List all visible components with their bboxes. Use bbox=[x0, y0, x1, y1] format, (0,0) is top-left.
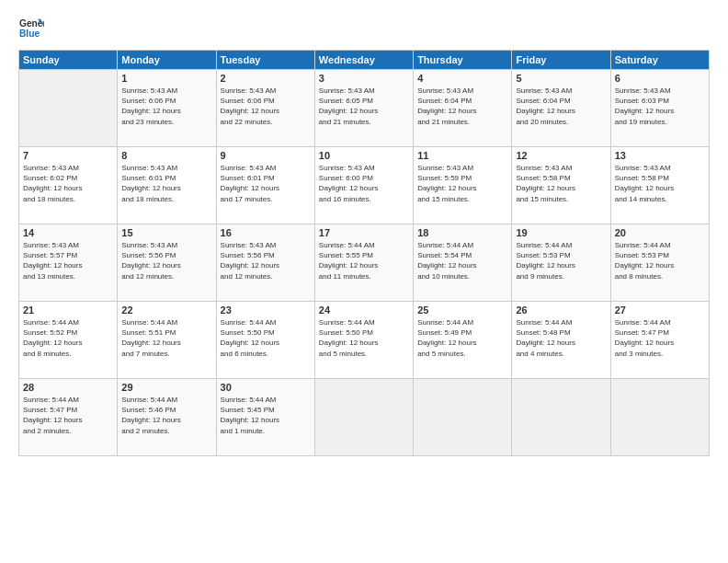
day-info: Sunrise: 5:43 AM Sunset: 6:05 PM Dayligh… bbox=[319, 86, 409, 127]
day-number: 23 bbox=[221, 304, 311, 316]
day-cell: 3Sunrise: 5:43 AM Sunset: 6:05 PM Daylig… bbox=[314, 70, 413, 147]
week-row-5: 28Sunrise: 5:44 AM Sunset: 5:47 PM Dayli… bbox=[19, 379, 710, 456]
week-row-4: 21Sunrise: 5:44 AM Sunset: 5:52 PM Dayli… bbox=[19, 302, 710, 379]
calendar-table: SundayMondayTuesdayWednesdayThursdayFrid… bbox=[18, 50, 710, 456]
day-info: Sunrise: 5:44 AM Sunset: 5:47 PM Dayligh… bbox=[615, 317, 705, 359]
day-cell: 17Sunrise: 5:44 AM Sunset: 5:55 PM Dayli… bbox=[314, 224, 413, 302]
day-number: 22 bbox=[121, 304, 211, 316]
day-number: 28 bbox=[23, 382, 113, 393]
day-cell: 16Sunrise: 5:43 AM Sunset: 5:56 PM Dayli… bbox=[216, 224, 314, 302]
day-number: 13 bbox=[615, 150, 705, 161]
day-info: Sunrise: 5:43 AM Sunset: 6:06 PM Dayligh… bbox=[221, 86, 311, 127]
week-row-2: 7Sunrise: 5:43 AM Sunset: 6:02 PM Daylig… bbox=[19, 147, 710, 224]
day-number: 19 bbox=[516, 227, 606, 238]
day-cell: 13Sunrise: 5:43 AM Sunset: 5:58 PM Dayli… bbox=[610, 147, 709, 224]
day-cell: 21Sunrise: 5:44 AM Sunset: 5:52 PM Dayli… bbox=[19, 302, 118, 379]
day-info: Sunrise: 5:44 AM Sunset: 5:45 PM Dayligh… bbox=[221, 395, 311, 436]
header-cell-thursday: Thursday bbox=[414, 51, 512, 70]
day-number: 9 bbox=[221, 150, 311, 161]
day-number: 16 bbox=[221, 227, 311, 238]
day-info: Sunrise: 5:44 AM Sunset: 5:55 PM Dayligh… bbox=[319, 240, 409, 282]
day-info: Sunrise: 5:43 AM Sunset: 5:58 PM Dayligh… bbox=[615, 163, 705, 204]
day-info: Sunrise: 5:43 AM Sunset: 5:56 PM Dayligh… bbox=[121, 240, 211, 282]
day-cell bbox=[512, 379, 610, 456]
day-info: Sunrise: 5:44 AM Sunset: 5:50 PM Dayligh… bbox=[221, 317, 311, 359]
day-info: Sunrise: 5:43 AM Sunset: 6:01 PM Dayligh… bbox=[121, 163, 211, 204]
day-cell: 24Sunrise: 5:44 AM Sunset: 5:50 PM Dayli… bbox=[314, 302, 413, 379]
day-cell: 6Sunrise: 5:43 AM Sunset: 6:03 PM Daylig… bbox=[610, 70, 709, 147]
day-number: 1 bbox=[121, 73, 211, 84]
day-cell: 9Sunrise: 5:43 AM Sunset: 6:01 PM Daylig… bbox=[216, 147, 314, 224]
day-cell: 25Sunrise: 5:44 AM Sunset: 5:49 PM Dayli… bbox=[414, 302, 512, 379]
day-info: Sunrise: 5:44 AM Sunset: 5:48 PM Dayligh… bbox=[516, 317, 606, 359]
header: General Blue bbox=[18, 15, 710, 40]
day-cell: 28Sunrise: 5:44 AM Sunset: 5:47 PM Dayli… bbox=[19, 379, 118, 456]
day-info: Sunrise: 5:43 AM Sunset: 5:58 PM Dayligh… bbox=[516, 163, 606, 204]
day-number: 25 bbox=[417, 304, 507, 316]
day-number: 12 bbox=[516, 150, 606, 161]
day-cell: 10Sunrise: 5:43 AM Sunset: 6:00 PM Dayli… bbox=[314, 147, 413, 224]
day-info: Sunrise: 5:43 AM Sunset: 6:04 PM Dayligh… bbox=[417, 86, 507, 127]
day-info: Sunrise: 5:44 AM Sunset: 5:52 PM Dayligh… bbox=[23, 317, 113, 359]
day-number: 8 bbox=[121, 150, 211, 161]
day-info: Sunrise: 5:43 AM Sunset: 6:06 PM Dayligh… bbox=[121, 86, 211, 127]
logo: General Blue bbox=[18, 15, 46, 40]
day-cell: 12Sunrise: 5:43 AM Sunset: 5:58 PM Dayli… bbox=[512, 147, 610, 224]
day-cell: 30Sunrise: 5:44 AM Sunset: 5:45 PM Dayli… bbox=[216, 379, 314, 456]
day-number: 29 bbox=[121, 382, 211, 393]
day-cell: 2Sunrise: 5:43 AM Sunset: 6:06 PM Daylig… bbox=[216, 70, 314, 147]
day-info: Sunrise: 5:43 AM Sunset: 5:56 PM Dayligh… bbox=[221, 240, 311, 282]
day-info: Sunrise: 5:43 AM Sunset: 5:57 PM Dayligh… bbox=[23, 240, 113, 282]
day-number: 15 bbox=[121, 227, 211, 238]
day-cell bbox=[19, 70, 118, 147]
day-cell: 8Sunrise: 5:43 AM Sunset: 6:01 PM Daylig… bbox=[118, 147, 216, 224]
header-cell-saturday: Saturday bbox=[610, 51, 709, 70]
day-cell: 15Sunrise: 5:43 AM Sunset: 5:56 PM Dayli… bbox=[118, 224, 216, 302]
day-number: 26 bbox=[516, 304, 606, 316]
day-cell: 29Sunrise: 5:44 AM Sunset: 5:46 PM Dayli… bbox=[118, 379, 216, 456]
day-number: 4 bbox=[417, 73, 507, 84]
day-cell: 4Sunrise: 5:43 AM Sunset: 6:04 PM Daylig… bbox=[414, 70, 512, 147]
day-number: 17 bbox=[319, 227, 409, 238]
page: General Blue SundayMondayTuesdayWednesda… bbox=[0, 0, 728, 563]
day-number: 2 bbox=[221, 73, 311, 84]
header-cell-wednesday: Wednesday bbox=[314, 51, 413, 70]
day-number: 6 bbox=[615, 73, 705, 84]
day-cell: 20Sunrise: 5:44 AM Sunset: 5:53 PM Dayli… bbox=[610, 224, 709, 302]
day-number: 21 bbox=[23, 304, 113, 316]
day-number: 24 bbox=[319, 304, 409, 316]
day-cell: 5Sunrise: 5:43 AM Sunset: 6:04 PM Daylig… bbox=[512, 70, 610, 147]
header-cell-friday: Friday bbox=[512, 51, 610, 70]
day-number: 5 bbox=[516, 73, 606, 84]
day-cell: 1Sunrise: 5:43 AM Sunset: 6:06 PM Daylig… bbox=[118, 70, 216, 147]
day-number: 20 bbox=[615, 227, 705, 238]
day-number: 30 bbox=[221, 382, 311, 393]
day-number: 3 bbox=[319, 73, 409, 84]
day-number: 10 bbox=[319, 150, 409, 161]
day-info: Sunrise: 5:44 AM Sunset: 5:53 PM Dayligh… bbox=[516, 240, 606, 282]
header-cell-sunday: Sunday bbox=[19, 51, 118, 70]
day-info: Sunrise: 5:44 AM Sunset: 5:49 PM Dayligh… bbox=[417, 317, 507, 359]
svg-text:Blue: Blue bbox=[19, 29, 40, 39]
day-info: Sunrise: 5:43 AM Sunset: 6:02 PM Dayligh… bbox=[23, 163, 113, 204]
day-info: Sunrise: 5:43 AM Sunset: 5:59 PM Dayligh… bbox=[417, 163, 507, 204]
day-cell: 23Sunrise: 5:44 AM Sunset: 5:50 PM Dayli… bbox=[216, 302, 314, 379]
header-cell-tuesday: Tuesday bbox=[216, 51, 314, 70]
day-info: Sunrise: 5:43 AM Sunset: 6:04 PM Dayligh… bbox=[516, 86, 606, 127]
day-cell bbox=[610, 379, 709, 456]
day-number: 18 bbox=[417, 227, 507, 238]
day-info: Sunrise: 5:43 AM Sunset: 6:00 PM Dayligh… bbox=[319, 163, 409, 204]
day-cell: 26Sunrise: 5:44 AM Sunset: 5:48 PM Dayli… bbox=[512, 302, 610, 379]
day-cell: 7Sunrise: 5:43 AM Sunset: 6:02 PM Daylig… bbox=[19, 147, 118, 224]
day-number: 27 bbox=[615, 304, 705, 316]
day-number: 7 bbox=[23, 150, 113, 161]
header-cell-monday: Monday bbox=[118, 51, 216, 70]
day-cell: 27Sunrise: 5:44 AM Sunset: 5:47 PM Dayli… bbox=[610, 302, 709, 379]
day-info: Sunrise: 5:43 AM Sunset: 6:03 PM Dayligh… bbox=[615, 86, 705, 127]
week-row-3: 14Sunrise: 5:43 AM Sunset: 5:57 PM Dayli… bbox=[19, 224, 710, 302]
week-row-1: 1Sunrise: 5:43 AM Sunset: 6:06 PM Daylig… bbox=[19, 70, 710, 147]
day-cell bbox=[314, 379, 413, 456]
day-cell: 19Sunrise: 5:44 AM Sunset: 5:53 PM Dayli… bbox=[512, 224, 610, 302]
header-row: SundayMondayTuesdayWednesdayThursdayFrid… bbox=[19, 51, 710, 70]
day-info: Sunrise: 5:44 AM Sunset: 5:53 PM Dayligh… bbox=[615, 240, 705, 282]
